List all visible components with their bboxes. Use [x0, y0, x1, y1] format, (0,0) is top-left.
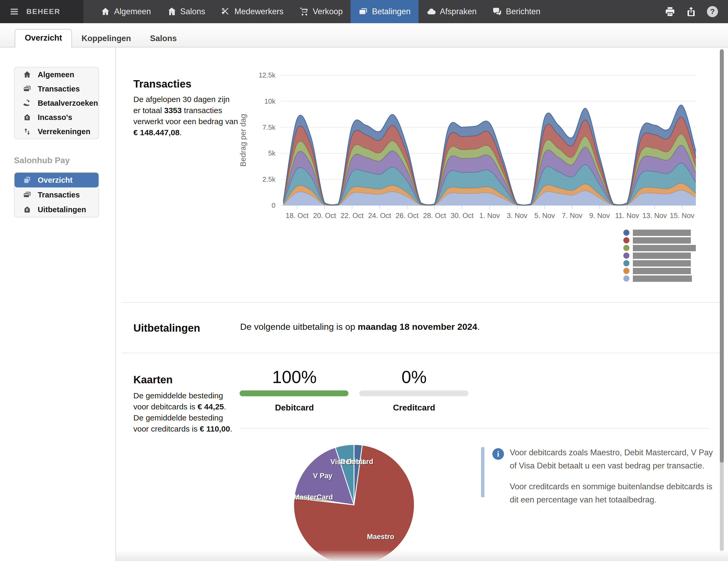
arrows-updown-icon: [23, 127, 31, 136]
svg-text:18. Oct: 18. Oct: [286, 212, 309, 220]
legend-color-dot: [623, 230, 629, 236]
main-content: Transacties De afgelopen 30 dagen zijn e…: [116, 47, 728, 561]
next-payout-prefix: De volgende uitbetaling is op: [240, 322, 358, 332]
print-button[interactable]: [665, 6, 675, 17]
sidebar-item-verrekeningen[interactable]: Verrekeningen: [14, 124, 99, 139]
legend-color-dot: [623, 260, 629, 266]
scrollbar-thumb[interactable]: [720, 49, 724, 463]
svg-text:€: €: [26, 207, 28, 212]
nav-item-salons[interactable]: Salons: [159, 0, 213, 23]
svg-text:5k: 5k: [268, 149, 276, 157]
sidebar-item-label: Incasso's: [38, 113, 72, 122]
svg-text:11. Nov: 11. Nov: [615, 212, 639, 220]
nav-item-label: Afspraken: [440, 7, 477, 16]
svg-text:Visa Debit: Visa Debit: [331, 458, 365, 466]
svg-text:Maestro: Maestro: [367, 533, 394, 541]
cards-title: Kaarten: [133, 374, 173, 386]
svg-text:3. Nov: 3. Nov: [507, 212, 528, 220]
legend-item[interactable]: [623, 236, 696, 244]
legend-color-dot: [623, 245, 629, 251]
sidebar-item-overzicht[interactable]: Overzicht: [14, 173, 99, 187]
hand-request-icon: [23, 99, 31, 107]
legend-item[interactable]: [623, 244, 696, 252]
tab-koppelingen[interactable]: Koppelingen: [72, 30, 140, 47]
brand-block: BEHEER: [0, 0, 83, 23]
sidebar-item-incasso-s[interactable]: €Incasso's: [14, 110, 99, 124]
share-button[interactable]: [686, 6, 696, 17]
chat-icon: [492, 7, 502, 16]
legend-color-dot: [623, 268, 629, 274]
nav-item-afspraken[interactable]: Afspraken: [419, 0, 485, 23]
sub-tabs: OverzichtKoppelingenSalons: [15, 29, 186, 47]
legend-label-redacted: [633, 253, 691, 259]
sidebar-item-algemeen[interactable]: Algemeen: [14, 67, 99, 82]
legend-item[interactable]: [623, 229, 696, 236]
cards-summary: De gemiddelde besteding voor debitcards …: [133, 390, 236, 434]
sidebar-item-label: Betaalverzoeken: [38, 99, 98, 108]
svg-text:7.5k: 7.5k: [263, 123, 276, 131]
legend-label-redacted: [633, 275, 692, 282]
sidebar-item-transacties[interactable]: Transacties: [14, 82, 99, 96]
nav-item-betalingen[interactable]: Betalingen: [351, 0, 419, 23]
svg-text:22. Oct: 22. Oct: [341, 212, 364, 220]
sidebar-item-betaalverzoeken[interactable]: Betaalverzoeken: [14, 96, 99, 110]
info-paragraph-1: Voor debitcards zoals Maestro, Debit Mas…: [510, 446, 718, 472]
svg-text:0: 0: [272, 201, 275, 209]
legend-color-dot: [623, 275, 629, 282]
svg-text:7. Nov: 7. Nov: [562, 212, 583, 220]
top-navigation-bar: BEHEER AlgemeenSalonsMedewerkersVerkoopB…: [0, 0, 728, 23]
creditcard-percentage: 0%: [359, 367, 469, 387]
sidebar-item-uitbetalingen[interactable]: €Uitbetalingen: [14, 202, 99, 217]
svg-text:28. Oct: 28. Oct: [423, 212, 446, 220]
debitcard-percentage: 100%: [239, 367, 350, 387]
legend-item[interactable]: [623, 252, 696, 259]
svg-text:9. Nov: 9. Nov: [589, 212, 610, 220]
transactions-area-chart[interactable]: 02.5k5k7.5k10k12.5k18. Oct20. Oct22. Oct…: [232, 71, 704, 224]
nav-item-verkoop[interactable]: Verkoop: [291, 0, 351, 23]
transactions-amount: € 148.447,08: [133, 128, 179, 137]
next-payout-text: De volgende uitbetaling is op maandag 18…: [240, 322, 480, 332]
legend-color-dot: [623, 253, 629, 259]
debitcard-progress-bar: [240, 390, 348, 396]
chart-legend: [623, 229, 696, 282]
svg-text:13. Nov: 13. Nov: [642, 212, 667, 220]
nav-item-label: Medewerkers: [234, 7, 283, 16]
svg-text:24. Oct: 24. Oct: [368, 212, 391, 220]
creditcard-progress-bar: [359, 390, 468, 396]
euro-badge-icon: €: [23, 205, 31, 214]
nav-item-label: Berichten: [506, 7, 540, 16]
legend-item[interactable]: [623, 275, 696, 282]
svg-text:Bedrag per dag: Bedrag per dag: [239, 114, 247, 167]
svg-text:26. Oct: 26. Oct: [396, 212, 419, 220]
svg-text:1. Nov: 1. Nov: [479, 212, 500, 220]
cloud-icon: [426, 7, 436, 16]
nav-item-berichten[interactable]: Berichten: [484, 0, 548, 23]
legend-label-redacted: [633, 237, 691, 244]
help-button[interactable]: ?: [707, 6, 718, 17]
tab-overzicht[interactable]: Overzicht: [15, 29, 72, 47]
sidebar-item-label: Transacties: [38, 85, 80, 93]
tab-salons[interactable]: Salons: [140, 30, 186, 47]
info-icon: i: [492, 448, 504, 460]
svg-text:2.5k: 2.5k: [263, 175, 276, 183]
hamburger-menu-icon[interactable]: [9, 7, 20, 16]
transactions-count: 3353: [164, 106, 182, 115]
svg-text:30. Oct: 30. Oct: [451, 212, 474, 220]
svg-text:12.5k: 12.5k: [259, 71, 276, 79]
sidebar: AlgemeenTransactiesBetaalverzoeken€Incas…: [0, 47, 116, 561]
next-payout-date: maandag 18 november 2024: [358, 322, 477, 332]
sidebar-item-label: Transacties: [38, 191, 80, 199]
nav-item-medewerkers[interactable]: Medewerkers: [213, 0, 291, 23]
card-types-pie-chart[interactable]: DebitcardDebitcardMaestroMaestroMasterCa…: [279, 440, 432, 561]
fees-info-box: i Voor debitcards zoals Maestro, Debit M…: [481, 446, 718, 506]
sidebar-group-payments: AlgemeenTransactiesBetaalverzoeken€Incas…: [14, 67, 99, 139]
legend-item[interactable]: [623, 267, 696, 275]
sidebar-item-transacties[interactable]: Transacties: [14, 187, 99, 202]
sidebar-group-title: Salonhub Pay: [14, 156, 115, 165]
sidebar-item-label: Overzicht: [38, 176, 72, 185]
legend-item[interactable]: [623, 259, 696, 267]
info-paragraph-2: Voor creditcards en sommige buitenlandse…: [510, 480, 718, 506]
sub-divider: [240, 428, 709, 429]
app-title: BEHEER: [26, 7, 60, 16]
nav-item-algemeen[interactable]: Algemeen: [93, 0, 159, 23]
